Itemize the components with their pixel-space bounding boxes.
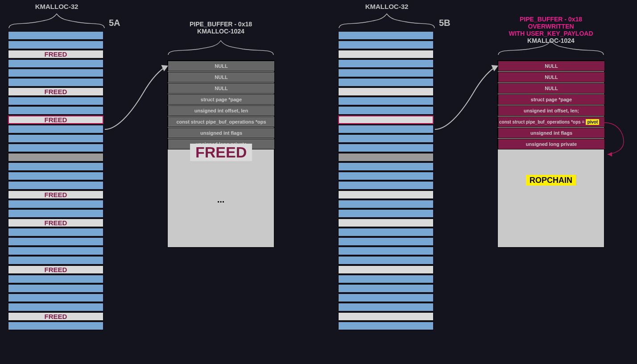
- bracket-detail-b: [497, 38, 604, 56]
- right-slot-3: [338, 59, 434, 68]
- left-slot-22: [8, 237, 103, 246]
- left-slot-5: [8, 78, 103, 87]
- left-slot-17: FREED: [8, 190, 103, 199]
- left-slot-9: FREED: [8, 116, 103, 124]
- left-slot-4: [8, 69, 103, 77]
- right-slot-24: [338, 256, 434, 265]
- left-slab-title: KMALLOC-32: [8, 3, 105, 10]
- detail-a-row-6: unsigned int flags: [168, 128, 275, 138]
- right-slot-27: [338, 284, 434, 293]
- right-slot-2: [338, 50, 434, 58]
- detail-a-row-5: const struct pipe_buf_operations *ops: [168, 116, 275, 127]
- svg-marker-1: [492, 66, 497, 70]
- right-slot-1: [338, 41, 434, 49]
- pivot-highlight: pivot: [586, 119, 599, 125]
- right-slot-26: [338, 275, 434, 283]
- detail-a-row-0: NULL: [168, 61, 275, 71]
- right-slot-19: [338, 209, 434, 218]
- left-slot-28: [8, 294, 103, 302]
- right-slot-7: [338, 97, 434, 105]
- detail-b-row-5: const struct pipe_buf_operations *ops =p…: [498, 116, 605, 127]
- detail-b-row-3: struct page *page: [498, 94, 605, 105]
- detail-b-row-7: unsigned long private: [498, 139, 605, 149]
- arrow-b: [433, 62, 504, 134]
- right-slot-31: [338, 322, 434, 330]
- right-slot-10: [338, 125, 434, 133]
- left-slot-3: [8, 59, 103, 68]
- detail-b-box: NULLNULLNULLstruct page *pageunsigned in…: [497, 60, 604, 248]
- left-slot-15: [8, 172, 103, 180]
- ropchain-label: ROPCHAIN: [526, 175, 576, 186]
- right-slot-9: [338, 116, 434, 124]
- right-slab-title: KMALLOC-32: [338, 3, 435, 10]
- step-5a-label: 5A: [109, 18, 120, 28]
- ellipsis-a: ...: [217, 194, 225, 204]
- left-slot-30: FREED: [8, 312, 103, 321]
- left-slot-14: [8, 162, 103, 171]
- left-slot-6: FREED: [8, 87, 103, 96]
- bracket-right-slab: [338, 11, 435, 29]
- svg-marker-0: [162, 66, 167, 70]
- right-slot-16: [338, 181, 434, 190]
- left-slot-8: [8, 106, 103, 115]
- left-slot-23: [8, 247, 103, 255]
- left-slot-13: [8, 153, 103, 161]
- left-slot-21: [8, 228, 103, 236]
- detail-b-row-0: NULL: [498, 61, 605, 71]
- right-slot-30: [338, 312, 434, 321]
- left-slot-19: [8, 209, 103, 218]
- right-slot-0: [338, 31, 434, 40]
- left-slot-26: [8, 275, 103, 283]
- left-slot-2: FREED: [8, 50, 103, 58]
- detail-a-row-2: NULL: [168, 83, 275, 94]
- detail-a-box: NULLNULLNULLstruct page *pageunsigned in…: [167, 60, 274, 248]
- detail-b-row-6: unsigned int flags: [498, 128, 605, 138]
- left-slot-24: [8, 256, 103, 265]
- right-slot-28: [338, 294, 434, 302]
- right-slot-15: [338, 172, 434, 180]
- freed-big-overlay: FREED: [190, 144, 252, 161]
- detail-a-row-3: struct page *page: [168, 94, 275, 105]
- left-slot-1: [8, 41, 103, 49]
- left-slot-stack: FREEDFREEDFREEDFREEDFREEDFREEDFREED: [8, 31, 103, 331]
- left-slot-25: FREED: [8, 265, 103, 274]
- detail-a-row-1: NULL: [168, 72, 275, 83]
- svg-marker-2: [608, 152, 612, 157]
- pivot-arrow: [602, 120, 629, 160]
- detail-a-title: PIPE_BUFFER - 0x18 KMALLOC-1024: [167, 21, 274, 35]
- right-slot-25: [338, 265, 434, 274]
- detail-b-row-4: unsigned int offset, len;: [498, 105, 605, 116]
- left-slot-16: [8, 181, 103, 190]
- detail-b-row-1: NULL: [498, 72, 605, 83]
- bracket-detail-a: [167, 38, 274, 56]
- left-slot-11: [8, 134, 103, 143]
- right-slot-8: [338, 106, 434, 115]
- right-slot-11: [338, 134, 434, 143]
- step-5b-label: 5B: [439, 18, 451, 28]
- right-slot-5: [338, 78, 434, 87]
- right-slot-4: [338, 69, 434, 77]
- right-slot-20: [338, 219, 434, 227]
- left-slot-18: [8, 200, 103, 208]
- right-slot-29: [338, 303, 434, 311]
- right-slot-23: [338, 247, 434, 255]
- right-slot-22: [338, 237, 434, 246]
- right-slot-17: [338, 190, 434, 199]
- detail-a-row-4: unsigned int offset, len: [168, 105, 275, 116]
- right-slot-18: [338, 200, 434, 208]
- left-slot-27: [8, 284, 103, 293]
- right-slot-21: [338, 228, 434, 236]
- left-slot-10: [8, 125, 103, 133]
- detail-b-row-2: NULL: [498, 83, 605, 94]
- right-slot-14: [338, 162, 434, 171]
- left-slot-7: [8, 97, 103, 105]
- left-slot-31: [8, 322, 103, 330]
- right-slot-13: [338, 153, 434, 161]
- right-slot-stack: [338, 31, 434, 331]
- right-slot-6: [338, 87, 434, 96]
- arrow-a: [103, 62, 174, 134]
- left-slot-0: [8, 31, 103, 40]
- right-slot-12: [338, 144, 434, 152]
- left-slot-20: FREED: [8, 219, 103, 227]
- left-slot-29: [8, 303, 103, 311]
